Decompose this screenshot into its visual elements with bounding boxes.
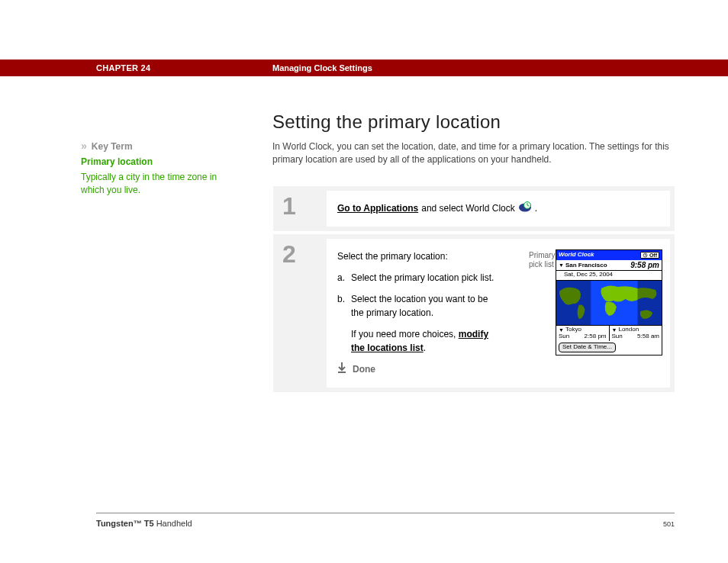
- screenshot-city2-time: 2:58 pm: [585, 333, 607, 340]
- key-term-label: Key Term: [92, 141, 133, 152]
- svg-rect-10: [556, 281, 591, 325]
- key-term-name: Primary location: [81, 156, 234, 169]
- main-content: Setting the primary location In World Cl…: [272, 111, 675, 393]
- section-title: Setting the primary location: [272, 111, 675, 133]
- svg-rect-11: [637, 281, 662, 325]
- footer-product: Tungsten™ T5 Handheld: [96, 519, 192, 528]
- screenshot-city3: ▼London Sun5:58 am: [609, 325, 662, 341]
- svg-line-8: [645, 256, 646, 256]
- step-1-body: Go to Applications and select World Cloc…: [327, 191, 670, 227]
- dropdown-triangle-icon: ▼: [559, 262, 564, 269]
- substep-a-text: Select the primary location pick list.: [351, 271, 494, 285]
- done-arrow-icon: [337, 362, 346, 377]
- screenshot-titlebar: World Clock Off: [556, 250, 662, 261]
- step-number: 1: [273, 186, 327, 231]
- step-1-text: and select World Clock: [421, 201, 515, 215]
- screenshot-set-date-time-button: Set Date & Time...: [559, 343, 616, 352]
- go-to-applications-link[interactable]: Go to Applications: [337, 201, 418, 215]
- chapter-number: CHAPTER 24: [96, 63, 150, 72]
- screenshot-alarm-off: Off: [640, 252, 659, 259]
- done-row: Done: [337, 362, 659, 377]
- step-number: 2: [273, 234, 327, 392]
- step-2-sublist: a. Select the primary location pick list…: [337, 271, 498, 355]
- step-1: 1 Go to Applications and select World Cl…: [272, 185, 675, 232]
- substep-note: If you need more choices, modify the loc…: [351, 327, 498, 355]
- footer-rule: [96, 513, 675, 513]
- screenshot-city3-day: Sun: [612, 333, 623, 340]
- substep-a-marker: a.: [337, 271, 351, 285]
- chapter-header: CHAPTER 24 Managing Clock Settings: [0, 60, 728, 76]
- screenshot-city2: ▼Tokyo Sun2:58 pm: [556, 325, 609, 341]
- step-2-body: Select the primary location: a. Select t…: [327, 239, 670, 388]
- screenshot-city3-time: 5:58 am: [637, 333, 659, 340]
- screenshot-secondary-cities: ▼Tokyo Sun2:58 pm ▼London Sun5:58 am: [556, 325, 662, 341]
- screenshot-world-map: [556, 281, 662, 325]
- done-label: Done: [353, 362, 375, 376]
- screenshot-primary-row: ▼ San Francisco 9:58 pm: [556, 260, 662, 271]
- screenshot-date-row: Sat, Dec 25, 2004: [556, 271, 662, 281]
- footer-page-number: 501: [663, 520, 675, 528]
- world-clock-screenshot: World Clock Off ▼ San Francisco 9:58 pm …: [556, 249, 662, 355]
- key-term-sidebar: »Key Term Primary location Typically a c…: [81, 139, 234, 197]
- screenshot-primary-time: 9:58 pm: [630, 261, 659, 269]
- chapter-title: Managing Clock Settings: [272, 63, 372, 72]
- substep-b-marker: b.: [337, 292, 351, 320]
- step-2: 2 Select the primary location: a. Select…: [272, 233, 675, 393]
- section-intro: In World Clock, you can set the location…: [272, 140, 675, 167]
- footer-product-suffix: Handheld: [154, 519, 192, 528]
- world-clock-icon: [518, 201, 532, 216]
- chevrons-icon: »: [81, 139, 87, 154]
- screenshot-city2-day: Sun: [559, 333, 569, 340]
- substep-a: a. Select the primary location pick list…: [337, 271, 498, 285]
- footer-product-name: Tungsten™ T5: [96, 519, 154, 528]
- screenshot-app-title: World Clock: [559, 252, 594, 259]
- note-pre: If you need more choices,: [351, 329, 459, 339]
- screenshot-primary-city: San Francisco: [565, 262, 630, 269]
- substep-b-text: Select the location you want to be the p…: [351, 292, 498, 320]
- substep-b: b. Select the location you want to be th…: [337, 292, 498, 320]
- screenshot-primary-date: Sat, Dec 25, 2004: [564, 272, 613, 278]
- key-term-definition: Typically a city in the time zone in whi…: [81, 171, 234, 197]
- step-1-period: .: [535, 201, 537, 215]
- note-post: .: [424, 343, 426, 353]
